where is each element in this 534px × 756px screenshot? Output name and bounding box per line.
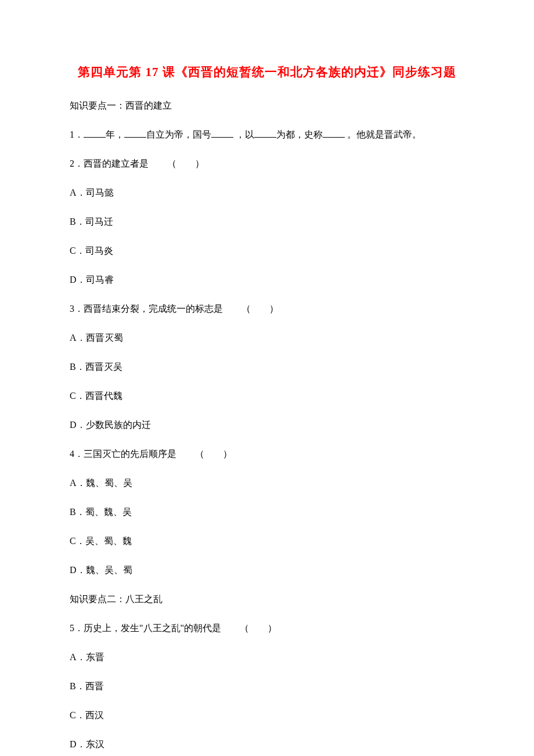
question-5: 5．历史上，发生"八王之乱"的朝代是 （ ） [70,621,464,635]
question-3-option-d: D．少数民族的内迁 [70,418,464,432]
q1-text-1: 1． [70,129,84,139]
q1-text-2: 年， [106,129,124,139]
question-4: 4．三国灭亡的先后顺序是 （ ） [70,447,464,461]
question-2: 2．西晋的建立者是 （ ） [70,157,464,171]
blank-3 [211,128,233,138]
question-5-option-c: C．西汉 [70,708,464,722]
question-5-option-d: D．东汉 [70,737,464,751]
question-5-option-b: B．西晋 [70,679,464,693]
section-header-2: 知识要点二：八王之乱 [70,592,464,606]
blank-2 [124,128,146,138]
question-2-option-b: B．司马迁 [70,215,464,229]
question-4-option-a: A．魏、蜀、吴 [70,476,464,490]
question-2-option-d: D．司马睿 [70,273,464,287]
q1-text-4: ，以 [233,129,254,139]
question-3: 3．西晋结束分裂，完成统一的标志是 （ ） [70,302,464,316]
question-2-option-a: A．司马懿 [70,186,464,200]
blank-5 [323,128,345,138]
q1-text-6: 。他就是晋武帝。 [345,129,421,139]
question-3-option-a: A．西晋灭蜀 [70,331,464,345]
question-4-option-b: B．蜀、魏、吴 [70,505,464,519]
section-header-1: 知识要点一：西晋的建立 [70,99,464,113]
question-1: 1．年，自立为帝，国号 ，以为都，史称 。他就是晋武帝。 [70,128,464,142]
q1-text-3: 自立为帝，国号 [146,129,211,139]
document-title: 第四单元第 17 课《西晋的短暂统一和北方各族的内迁》同步练习题 [70,64,464,80]
q1-text-5: 为都，史称 [276,129,323,139]
blank-4 [254,128,276,138]
question-3-option-b: B．西晋灭吴 [70,360,464,374]
question-3-option-c: C．西晋代魏 [70,389,464,403]
question-4-option-d: D．魏、吴、蜀 [70,563,464,577]
question-4-option-c: C．吴、蜀、魏 [70,534,464,548]
question-2-option-c: C．司马炎 [70,244,464,258]
blank-1 [84,128,106,138]
question-5-option-a: A．东晋 [70,650,464,664]
